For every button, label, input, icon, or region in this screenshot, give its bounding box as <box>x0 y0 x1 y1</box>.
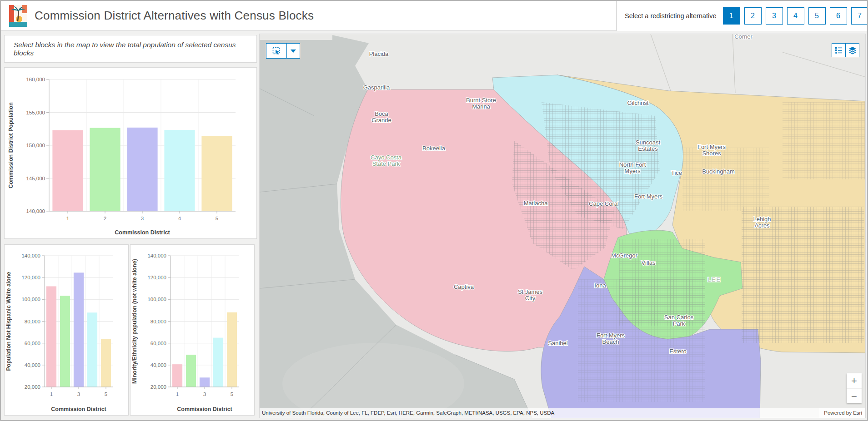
app-logo <box>9 5 27 27</box>
map-label: Sanibel <box>548 340 567 347</box>
minority-population-chart: 20,00040,00060,00080,000100,000120,00014… <box>130 245 254 415</box>
svg-text:3: 3 <box>141 216 144 221</box>
svg-text:Population Not Hispanic White: Population Not Hispanic White alone <box>5 272 12 371</box>
svg-text:60,000: 60,000 <box>25 341 40 346</box>
bar-district-5[interactable] <box>227 312 237 387</box>
map-label: Gilchrist <box>627 99 649 106</box>
alternative-button-4[interactable]: 4 <box>787 7 804 25</box>
alternative-selector-label: Select a redistricting alternative <box>625 12 717 20</box>
instruction-panel: Select blocks in the map to view the tot… <box>4 35 257 63</box>
district-population-chart: 140,000145,000150,000155,000160,00012345… <box>5 68 256 238</box>
zoom-control: + − <box>847 373 862 403</box>
map-label: Cayo CostaState Park <box>371 154 402 167</box>
svg-text:155,000: 155,000 <box>26 110 45 115</box>
map-label: McGregor <box>611 252 637 259</box>
map-label: Tice <box>671 169 682 176</box>
map-label: LEE <box>707 277 721 283</box>
bar-district-1[interactable] <box>46 286 56 387</box>
map-label: SuncoastEstates <box>636 139 661 152</box>
chevron-down-icon <box>291 50 296 53</box>
svg-text:120,000: 120,000 <box>21 275 40 280</box>
svg-text:1: 1 <box>176 391 179 397</box>
svg-text:160,000: 160,000 <box>26 77 45 82</box>
svg-text:Commission District: Commission District <box>177 406 232 412</box>
svg-text:150,000: 150,000 <box>26 143 45 148</box>
svg-text:140,000: 140,000 <box>21 253 40 258</box>
alternative-selector: Select a redistricting alternative 12345… <box>616 1 867 31</box>
map-label: Iona <box>594 282 606 289</box>
svg-text:145,000: 145,000 <box>26 176 45 181</box>
svg-text:100,000: 100,000 <box>21 297 40 302</box>
svg-text:Commission District Population: Commission District Population <box>8 102 14 188</box>
svg-text:80,000: 80,000 <box>151 319 166 324</box>
map-canvas[interactable]: CornerPlacidaGasparillaBocaGrandeCayo Co… <box>260 34 866 418</box>
svg-text:4: 4 <box>178 216 181 221</box>
svg-text:Commission District: Commission District <box>115 229 170 236</box>
dashboard: Commission District Alternatives with Ce… <box>0 0 868 421</box>
bar-district-4[interactable] <box>164 130 195 211</box>
map-label: Villas <box>642 259 656 266</box>
app-header: Commission District Alternatives with Ce… <box>1 1 867 31</box>
svg-text:60,000: 60,000 <box>151 341 166 346</box>
svg-text:20,000: 20,000 <box>25 384 40 390</box>
svg-text:40,000: 40,000 <box>25 362 40 368</box>
svg-text:5: 5 <box>216 216 218 221</box>
layers-button[interactable] <box>845 43 859 57</box>
svg-text:20,000: 20,000 <box>151 384 166 390</box>
powered-by-esri: Powered by Esri <box>819 408 865 418</box>
svg-text:1: 1 <box>66 216 69 221</box>
instruction-text: Select blocks in the map to view the tot… <box>14 41 256 57</box>
bar-district-1[interactable] <box>172 364 182 387</box>
district-population-chart-panel: 140,000145,000150,000155,000160,00012345… <box>4 67 257 239</box>
alternative-button-7[interactable]: 7 <box>851 7 868 25</box>
bar-district-4[interactable] <box>213 338 223 387</box>
map-select-toolbar <box>266 43 300 59</box>
bar-district-3[interactable] <box>200 377 210 387</box>
svg-text:80,000: 80,000 <box>25 319 40 324</box>
map-label: Cape Coral <box>589 200 619 207</box>
svg-text:5: 5 <box>231 391 233 397</box>
map-label: Corner <box>734 34 753 40</box>
map-label: Bokeelia <box>422 145 446 152</box>
bar-district-5[interactable] <box>101 339 111 387</box>
bar-district-2[interactable] <box>186 355 196 387</box>
map-label: Captiva <box>454 283 474 290</box>
white-population-chart: 20,00040,00060,00080,000100,000120,00014… <box>5 245 128 415</box>
select-tool-dropdown-button[interactable] <box>286 43 300 59</box>
map-panel: CornerPlacidaGasparillaBocaGrandeCayo Co… <box>259 34 866 418</box>
alternative-button-5[interactable]: 5 <box>808 7 826 25</box>
select-rectangle-icon <box>271 46 281 56</box>
map-label: Fort Myers <box>634 193 663 200</box>
minority-population-chart-panel: 20,00040,00060,00080,000100,000120,00014… <box>130 244 255 416</box>
map-land-strip <box>260 34 332 40</box>
map-attribution: University of South Florida, County of L… <box>260 408 865 418</box>
map-label: Buckingham <box>702 168 735 175</box>
zoom-out-button[interactable]: − <box>847 388 862 403</box>
bar-district-1[interactable] <box>52 130 83 211</box>
svg-text:140,000: 140,000 <box>26 208 45 214</box>
map-label: LehighAcres <box>753 216 771 229</box>
bar-district-3[interactable] <box>127 128 157 211</box>
zoom-in-button[interactable]: + <box>847 373 862 388</box>
svg-text:100,000: 100,000 <box>147 297 166 302</box>
svg-text:5: 5 <box>105 391 107 397</box>
map-label: Matlacha <box>524 200 548 207</box>
svg-text:120,000: 120,000 <box>147 275 166 280</box>
bar-district-3[interactable] <box>74 272 84 387</box>
alternative-button-2[interactable]: 2 <box>744 7 762 25</box>
svg-text:Commission District: Commission District <box>51 406 106 412</box>
white-population-chart-panel: 20,00040,00060,00080,000100,000120,00014… <box>4 244 129 416</box>
map-label: Estero <box>669 348 687 355</box>
legend-button[interactable] <box>832 43 846 57</box>
bar-district-4[interactable] <box>87 312 97 387</box>
select-by-rectangle-button[interactable] <box>266 43 287 59</box>
alternative-button-6[interactable]: 6 <box>830 7 847 25</box>
bar-district-2[interactable] <box>90 128 120 211</box>
alternative-button-1[interactable]: 1 <box>723 7 740 25</box>
svg-text:3: 3 <box>77 391 80 397</box>
bar-district-5[interactable] <box>201 136 232 211</box>
bar-district-2[interactable] <box>60 296 70 387</box>
svg-text:2: 2 <box>104 216 106 221</box>
map-topright-toolbar <box>832 43 859 57</box>
alternative-button-3[interactable]: 3 <box>766 7 783 25</box>
